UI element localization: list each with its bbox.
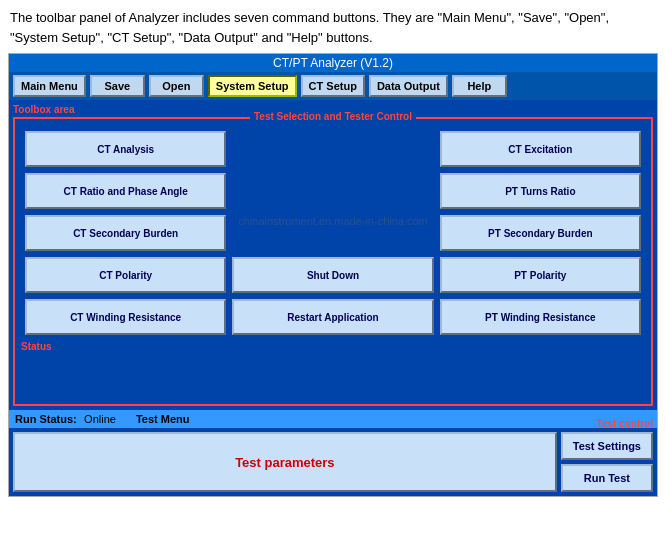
- open-button[interactable]: Open: [149, 75, 204, 97]
- title-bar: CT/PT Analyzer (V1.2): [9, 54, 657, 72]
- ct-secondary-burden-button[interactable]: CT Secondary Burden: [25, 215, 226, 251]
- pt-polarity-button[interactable]: PT Polarity: [440, 257, 641, 293]
- pt-secondary-burden-button[interactable]: PT Secondary Burden: [440, 215, 641, 251]
- empty-cell-1: [232, 131, 433, 167]
- run-status-label: Run Status:: [15, 413, 77, 425]
- grid-buttons: CT Analysis CT Excitation CT Ratio and P…: [21, 125, 645, 339]
- status-bar: Run Status: Online Test Menu: [9, 410, 657, 428]
- run-status-value: Online: [84, 413, 116, 425]
- window-title: CT/PT Analyzer (V1.2): [273, 56, 393, 70]
- bottom-area: Test parameters Test control Test Settin…: [9, 428, 657, 496]
- pt-turns-ratio-button[interactable]: PT Turns Ratio: [440, 173, 641, 209]
- toolbar: Main Menu Save Open System Setup CT Setu…: [9, 72, 657, 100]
- description-text: The toolbar panel of Analyzer includes s…: [0, 0, 666, 53]
- ct-polarity-button[interactable]: CT Polarity: [25, 257, 226, 293]
- pt-winding-resistance-button[interactable]: PT Winding Resistance: [440, 299, 641, 335]
- ct-ratio-phase-button[interactable]: CT Ratio and Phase Angle: [25, 173, 226, 209]
- save-button[interactable]: Save: [90, 75, 145, 97]
- ct-winding-resistance-button[interactable]: CT Winding Resistance: [25, 299, 226, 335]
- data-output-button[interactable]: Data Output: [369, 75, 448, 97]
- main-menu-button[interactable]: Main Menu: [13, 75, 86, 97]
- test-menu: Test Menu: [136, 412, 190, 426]
- run-test-button[interactable]: Run Test: [561, 464, 653, 492]
- empty-cell-2: [232, 173, 433, 209]
- ct-excitation-button[interactable]: CT Excitation: [440, 131, 641, 167]
- system-setup-button[interactable]: System Setup: [208, 75, 297, 97]
- right-controls: Test control Test Settings Run Test: [561, 432, 653, 492]
- help-button[interactable]: Help: [452, 75, 507, 97]
- ct-setup-button[interactable]: CT Setup: [301, 75, 365, 97]
- test-settings-button[interactable]: Test Settings: [561, 432, 653, 460]
- test-menu-label: Test Menu: [136, 413, 190, 425]
- empty-cell-3: [232, 215, 433, 251]
- ct-analysis-button[interactable]: CT Analysis: [25, 131, 226, 167]
- test-selection-title: Test Selection and Tester Control: [250, 111, 416, 122]
- run-status: Run Status: Online: [15, 412, 116, 426]
- restart-application-button[interactable]: Restart Application: [232, 299, 433, 335]
- status-area-label-bottom: Status: [21, 339, 645, 353]
- toolbox-area: Toolbox area Test Selection and Tester C…: [13, 104, 653, 406]
- main-area: Toolbox area Test Selection and Tester C…: [9, 100, 657, 410]
- test-selection-box: Test Selection and Tester Control CT Ana…: [13, 117, 653, 406]
- test-control-label: Test control: [597, 418, 653, 429]
- status-label: Status: [21, 341, 52, 352]
- test-parameters-button[interactable]: Test parameters: [13, 432, 557, 492]
- shut-down-button[interactable]: Shut Down: [232, 257, 433, 293]
- app-window: CT/PT Analyzer (V1.2) Main Menu Save Ope…: [8, 53, 658, 497]
